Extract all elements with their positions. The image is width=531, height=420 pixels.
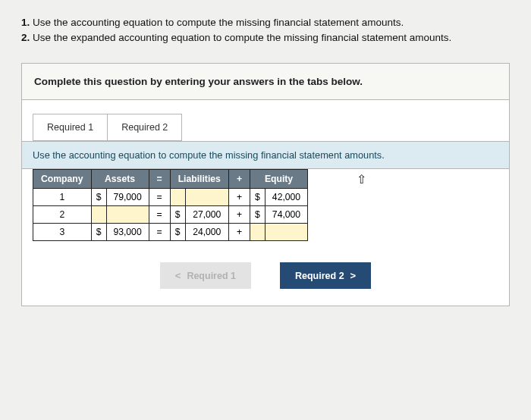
cell-company: 2: [33, 206, 92, 224]
cell-assets-value: 93,000: [106, 224, 149, 241]
table-header-row: Company Assets = Liabilities + Equity: [33, 170, 308, 189]
col-liabilities: Liabilities: [170, 170, 228, 189]
cell-liabilities-value: 24,000: [185, 224, 228, 241]
panel-header: Complete this question by entering your …: [22, 64, 509, 100]
col-company: Company: [33, 170, 92, 189]
cell-assets-value[interactable]: [106, 206, 149, 224]
instruction-2-num: 2.: [21, 32, 30, 43]
instruction-2: 2. Use the expanded accounting equation …: [21, 30, 510, 45]
cell-assets-currency[interactable]: [91, 206, 106, 224]
equation-table-wrap: ⇧ Company Assets = Liabilities + Equity …: [22, 169, 509, 252]
col-equity: Equity: [250, 170, 308, 189]
cell-liabilities-currency: $: [170, 224, 185, 241]
prev-required-label: Required 1: [187, 271, 236, 281]
instruction-2-text: Use the expanded accounting equation to …: [30, 32, 451, 43]
prev-required-button: < Required 1: [160, 262, 251, 289]
cell-equity-value: 74,000: [266, 206, 308, 224]
cell-plus: +: [228, 206, 250, 224]
question-panel: Complete this question by entering your …: [21, 63, 510, 306]
cell-plus: +: [228, 224, 250, 241]
cell-equity-value: 42,000: [266, 189, 308, 206]
cell-eq: =: [149, 224, 170, 241]
cell-liabilities-currency: $: [170, 206, 185, 224]
mouse-cursor-icon: ⇧: [357, 172, 366, 186]
tab-required-2[interactable]: Required 2: [107, 114, 182, 141]
instructions-block: 1. Use the accounting equation to comput…: [21, 15, 510, 45]
table-row: 2 = $ 27,000 + $ 74,000: [33, 206, 308, 224]
cell-company: 3: [33, 224, 92, 241]
instruction-1: 1. Use the accounting equation to comput…: [21, 15, 510, 30]
table-row: 3 $ 93,000 = $ 24,000 +: [33, 224, 308, 241]
cell-plus: +: [228, 189, 250, 206]
instruction-1-text: Use the accounting equation to compute t…: [30, 17, 404, 28]
chevron-left-icon: <: [175, 270, 181, 281]
instruction-1-num: 1.: [21, 17, 30, 28]
next-required-label: Required 2: [295, 271, 344, 281]
table-row: 1 $ 79,000 = + $ 42,000: [33, 189, 308, 206]
cell-liabilities-value: 27,000: [185, 206, 228, 224]
col-assets: Assets: [91, 170, 149, 189]
cell-eq: =: [149, 189, 170, 206]
equation-table: Company Assets = Liabilities + Equity 1 …: [33, 169, 308, 241]
cell-equity-currency: $: [250, 206, 266, 224]
cell-assets-currency: $: [91, 189, 106, 206]
col-eq: =: [149, 170, 170, 189]
cell-liabilities-currency[interactable]: [170, 189, 185, 206]
nav-row: < Required 1 Required 2 >: [22, 252, 509, 306]
cell-assets-currency: $: [91, 224, 106, 241]
col-plus: +: [228, 170, 250, 189]
tabs-row: Required 1 Required 2: [22, 100, 509, 141]
next-required-button[interactable]: Required 2 >: [280, 262, 371, 289]
tab-required-1[interactable]: Required 1: [33, 114, 108, 141]
cell-equity-value[interactable]: [266, 224, 308, 241]
cell-eq: =: [149, 206, 170, 224]
cell-equity-currency[interactable]: [250, 224, 266, 241]
cell-equity-currency: $: [250, 189, 266, 206]
cell-company: 1: [33, 189, 92, 206]
subheader-bar: Use the accounting equation to compute t…: [22, 141, 509, 169]
chevron-right-icon: >: [350, 270, 357, 281]
cell-assets-value: 79,000: [106, 189, 149, 206]
cell-liabilities-value[interactable]: [185, 189, 228, 206]
